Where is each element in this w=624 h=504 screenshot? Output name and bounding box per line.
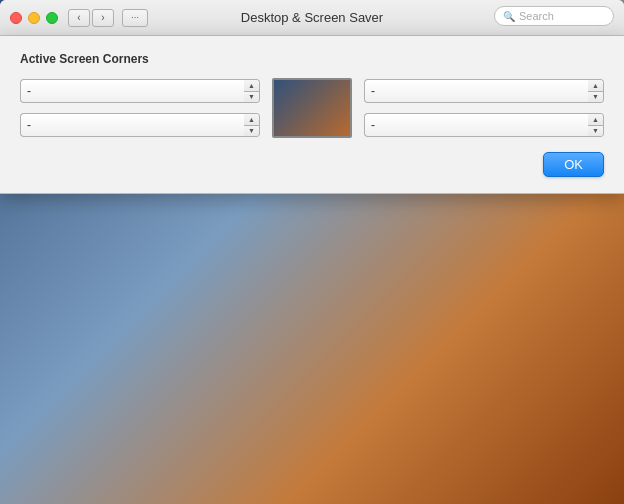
- corner-bl-stepper[interactable]: ▲ ▼: [244, 113, 260, 137]
- corner-tl-wrapper[interactable]: - ▲ ▼: [20, 79, 260, 103]
- corner-br-value: -: [364, 113, 588, 137]
- sheet-title: Active Screen Corners: [20, 52, 604, 66]
- corner-tl-value: -: [20, 79, 244, 103]
- corner-bl-wrapper[interactable]: - ▲ ▼: [20, 113, 260, 137]
- corner-tl-down[interactable]: ▼: [244, 92, 259, 103]
- corner-br-up[interactable]: ▲: [588, 114, 603, 126]
- sheet-ok-button[interactable]: OK: [543, 152, 604, 177]
- traffic-lights: [10, 12, 58, 24]
- search-bar[interactable]: 🔍 Search: [494, 6, 614, 26]
- corner-preview-thumb: [272, 78, 352, 138]
- sheet-dialog: Active Screen Corners - ▲ ▼ -: [0, 36, 624, 194]
- minimize-button[interactable]: [28, 12, 40, 24]
- search-icon: 🔍: [503, 11, 515, 22]
- maximize-button[interactable]: [46, 12, 58, 24]
- corners-grid: - ▲ ▼ - ▲ ▼: [20, 78, 604, 138]
- corner-tr-stepper[interactable]: ▲ ▼: [588, 79, 604, 103]
- corner-br-down[interactable]: ▼: [588, 126, 603, 137]
- sheet-container: Active Screen Corners - ▲ ▼ -: [0, 36, 624, 194]
- search-placeholder: Search: [519, 10, 554, 22]
- corner-br-wrapper[interactable]: - ▲ ▼: [364, 113, 604, 137]
- main-window: ‹ › ⋯ Desktop & Screen Saver 🔍 Search Re…: [0, 0, 624, 36]
- title-bar: ‹ › ⋯ Desktop & Screen Saver 🔍 Search: [0, 0, 624, 36]
- corner-tl-stepper[interactable]: ▲ ▼: [244, 79, 260, 103]
- corner-tr-value: -: [364, 79, 588, 103]
- grid-button[interactable]: ⋯: [122, 9, 148, 27]
- corner-tr-up[interactable]: ▲: [588, 80, 603, 92]
- nav-buttons: ‹ ›: [68, 9, 114, 27]
- corner-bl-down[interactable]: ▼: [244, 126, 259, 137]
- sheet-ok-row: OK: [20, 152, 604, 177]
- back-button[interactable]: ‹: [68, 9, 90, 27]
- corner-bl-up[interactable]: ▲: [244, 114, 259, 126]
- forward-button[interactable]: ›: [92, 9, 114, 27]
- corner-bl-value: -: [20, 113, 244, 137]
- window-title: Desktop & Screen Saver: [241, 10, 383, 25]
- corner-br-stepper[interactable]: ▲ ▼: [588, 113, 604, 137]
- close-button[interactable]: [10, 12, 22, 24]
- corner-tr-down[interactable]: ▼: [588, 92, 603, 103]
- corner-tr-wrapper[interactable]: - ▲ ▼: [364, 79, 604, 103]
- corner-tl-up[interactable]: ▲: [244, 80, 259, 92]
- corner-preview: [268, 78, 356, 138]
- sheet-backdrop: Active Screen Corners - ▲ ▼ -: [0, 36, 624, 194]
